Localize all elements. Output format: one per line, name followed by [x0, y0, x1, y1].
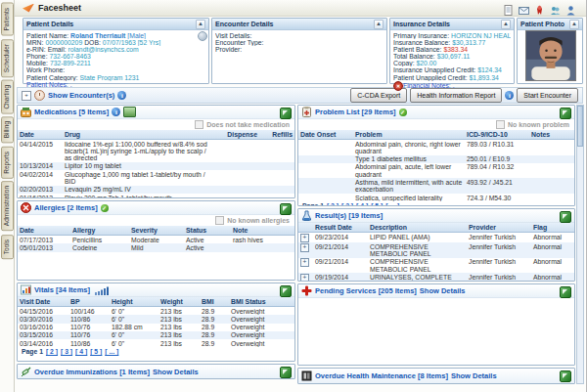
vertical-scrollbar[interactable]	[576, 105, 584, 384]
sidebar-tab-billing[interactable]: Billing	[1, 116, 14, 143]
table-row[interactable]: Type 1 diabetes mellitus250.01 / E10.9	[298, 155, 574, 163]
ribbon-icon[interactable]	[534, 2, 545, 13]
pager-link[interactable]: [ ... ]	[105, 348, 118, 355]
expand-section-icon[interactable]	[280, 203, 292, 215]
column-header: Severity	[129, 226, 184, 236]
table-row[interactable]: 01/16/2013Plavix 300 mg Tab 1-tablet/by …	[18, 194, 294, 198]
table-row[interactable]: 03/14/2016110/866' 0"213 lbs28.9Overweig…	[18, 339, 294, 347]
table-row[interactable]: 04/15/2016100/1466' 0"213 lbs28.9Overwei…	[18, 307, 294, 316]
collapse-icon[interactable]: ▲	[374, 20, 384, 29]
document-icon[interactable]	[503, 2, 514, 13]
table-row[interactable]: 04/14/2015lidocaine 1%-epi 1:100,000 buf…	[18, 140, 294, 162]
pager-link[interactable]: [ 2 ]	[46, 348, 58, 355]
overdue-health-maintenance-show-details-link[interactable]: Show Details	[451, 371, 497, 380]
field-text: rolandt@insynchcs.com	[68, 46, 139, 53]
sidebar-tab-tools[interactable]: Tools	[1, 235, 14, 259]
field-link[interactable]: .	[70, 81, 72, 88]
collapse-icon[interactable]: ▲	[196, 20, 205, 29]
sidebar-tab-reports[interactable]: Reports	[1, 147, 14, 179]
contacts-icon[interactable]	[550, 2, 561, 13]
info-icon[interactable]: i	[117, 91, 126, 100]
medications-title-link[interactable]: Medications [5 Items]	[34, 108, 109, 116]
pending-services-title-link[interactable]: Pending Services [205 Items]	[315, 286, 417, 295]
field-row: Copay:$20.00	[393, 60, 511, 66]
allergies-title-link[interactable]: Allergies [2 Items]	[34, 203, 98, 212]
table-row[interactable]: 10/13/2014Lipitor 10 mg tablet	[18, 162, 294, 170]
field-link[interactable]: Financial Notes:	[403, 82, 451, 89]
expand-all-icon[interactable]: +	[22, 91, 31, 101]
expand-section-icon[interactable]	[560, 108, 571, 119]
no-known-problem-checkbox[interactable]	[496, 120, 505, 129]
table-row[interactable]: Abdominal pain, chronic, right lower qua…	[298, 140, 574, 155]
does-not-take-medication-checkbox[interactable]	[195, 120, 203, 129]
table-row[interactable]: 04/02/2014Glucophage 1,000 mg tablet 1-t…	[18, 170, 294, 186]
table-row[interactable]: +09/21/2014COMPREHENSIVE METABOLIC PANEL…	[298, 242, 574, 258]
mail-icon[interactable]	[519, 2, 529, 13]
table-row[interactable]: 03/16/2016110/76182.88 cm213 lbs28.9Over…	[18, 324, 294, 331]
pager-link[interactable]: [ 4 ]	[75, 348, 87, 355]
sidebar-tab-scheduler[interactable]: Scheduler	[1, 39, 14, 77]
sidebar-tab-patients[interactable]: Patients	[1, 3, 14, 36]
table-row[interactable]: +09/23/2014LIPID PANEL (AMA)Jennifer Tur…	[298, 233, 574, 243]
patient-tools-icon[interactable]	[198, 31, 207, 41]
overdue-immunizations-show-details-link[interactable]: Show Details	[153, 368, 199, 376]
blocked-icon: ✕	[393, 81, 403, 91]
results-title-link[interactable]: Result(s) [19 Items]	[315, 211, 383, 220]
info-icon[interactable]: i	[505, 91, 514, 100]
pager-link[interactable]: [ 3 ]	[341, 202, 353, 206]
table-row[interactable]: 07/17/2013PenicillinsModerateActiverash …	[18, 236, 294, 244]
expand-row-icon[interactable]: +	[300, 258, 309, 267]
table-cell: 100/146	[68, 307, 110, 316]
table-row[interactable]: 02/20/2013Levaquin 25 mg/mL IV	[18, 186, 294, 194]
table-row[interactable]: 03/30/2016110/866' 0"213 lbs28.9Overweig…	[18, 315, 294, 323]
table-cell: 28.9	[200, 315, 229, 323]
vitals-title-link[interactable]: Vitals [34 Items]	[34, 285, 90, 294]
pager-link[interactable]: [ ... ]	[385, 202, 399, 206]
overdue-health-maintenance-title-link[interactable]: Overdue Health Maintenance [8 Items]	[315, 371, 448, 380]
expand-section-icon[interactable]	[280, 108, 292, 119]
expand-section-icon[interactable]	[280, 367, 292, 378]
start-encounter-button[interactable]: Start Encounter	[517, 88, 578, 103]
expand-section-icon[interactable]	[560, 370, 571, 382]
table-row[interactable]: Abdominal pain, acute, left lower quadra…	[298, 163, 574, 179]
red-cross-icon	[301, 285, 312, 296]
user-icon[interactable]	[565, 2, 576, 13]
pager-link[interactable]: [ 4 ]	[356, 202, 368, 206]
table-cell: LIPID PANEL (AMA)	[368, 233, 467, 243]
overdue-immunizations-title-link[interactable]: Overdue Immunizations [1 Items]	[34, 368, 150, 376]
expand-section-icon[interactable]	[280, 285, 292, 297]
expand-row-icon[interactable]: +	[300, 274, 309, 282]
history-clock-icon[interactable]	[34, 90, 45, 101]
table-row[interactable]: 05/01/2013CodeineMildActive	[18, 243, 294, 251]
table-row[interactable]: +09/21/2014COMPREHENSIVE METABOLIC PANEL…	[298, 258, 574, 274]
no-known-allergies-checkbox[interactable]	[215, 216, 224, 225]
pager-link[interactable]: [ 2 ]	[327, 202, 339, 206]
sidebar-tab-charting[interactable]: Charting	[1, 80, 14, 114]
field-link[interactable]: Patient Notes:	[26, 81, 68, 88]
pending-services-show-details-link[interactable]: Show Details	[420, 286, 466, 295]
expand-row-icon[interactable]: +	[300, 234, 309, 242]
info-icon[interactable]: i	[112, 108, 120, 116]
table-row[interactable]: 03/15/2016110/766' 0"213 lbs28.9Overweig…	[18, 331, 294, 339]
table-row[interactable]: Asthma, mild intermittent, with acute ex…	[298, 178, 574, 194]
collapse-icon[interactable]: ▲	[501, 20, 511, 29]
expand-row-icon[interactable]: +	[300, 243, 309, 252]
field-link[interactable]: .	[453, 82, 455, 89]
pager-link[interactable]: [ 5 ]	[371, 202, 383, 206]
field-row: Provider:	[215, 46, 384, 53]
problem-list-title-link[interactable]: Problem List [29 Items]	[315, 108, 396, 116]
monitor-icon[interactable]	[123, 107, 136, 117]
trend-graph-icon[interactable]	[95, 283, 111, 299]
pager-link[interactable]: [ 5 ]	[90, 348, 102, 355]
show-encounters-link[interactable]: Show Encounter(s)	[48, 91, 114, 100]
column-header: Provider	[467, 223, 531, 233]
field-text: $124.34	[477, 66, 502, 73]
expand-section-icon[interactable]	[560, 211, 571, 223]
collapse-icon[interactable]: ▲	[569, 20, 579, 29]
table-row[interactable]: +09/19/2014URINALYSES, COMPLETEJennifer …	[298, 273, 574, 281]
expand-section-icon[interactable]	[560, 286, 571, 298]
table-row[interactable]: Sciatica, unspecified laterality724.3 / …	[298, 194, 574, 201]
pager-link[interactable]: [ 3 ]	[61, 348, 72, 355]
scrollbar-thumb[interactable]	[577, 106, 583, 147]
sidebar-tab-administration[interactable]: Administration	[1, 181, 14, 231]
